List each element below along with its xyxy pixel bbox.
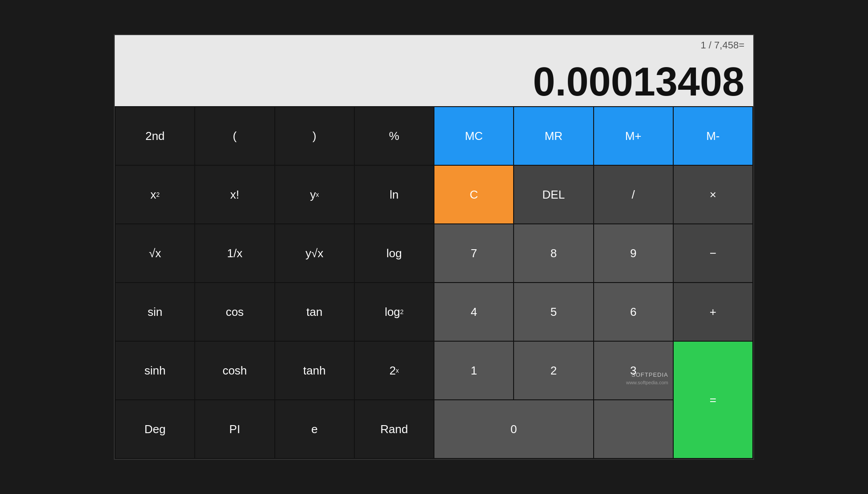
- btn-multiply[interactable]: ×: [674, 166, 752, 223]
- btn-ln[interactable]: ln: [355, 166, 434, 223]
- btn-log[interactable]: log: [355, 224, 434, 282]
- btn-2[interactable]: 2: [514, 342, 593, 399]
- btn-reciprocal[interactable]: 1/x: [195, 224, 274, 282]
- btn-add[interactable]: +: [674, 283, 752, 341]
- btn-mc[interactable]: MC: [434, 107, 513, 165]
- btn-open-paren[interactable]: (: [195, 107, 274, 165]
- btn-log2[interactable]: log2: [355, 283, 434, 341]
- btn-delete[interactable]: DEL: [514, 166, 593, 223]
- btn-1[interactable]: 1: [434, 342, 513, 399]
- btn-2-to-x[interactable]: 2x: [355, 342, 434, 399]
- btn-cosh[interactable]: cosh: [195, 342, 274, 399]
- btn-3[interactable]: 3 SOFTPEDIA www.softpedia.com: [594, 342, 673, 399]
- btn-m-minus[interactable]: M-: [674, 107, 752, 165]
- btn-2nd[interactable]: 2nd: [116, 107, 194, 165]
- btn-6[interactable]: 6: [594, 283, 673, 341]
- btn-sqrt[interactable]: √x: [116, 224, 194, 282]
- btn-rand[interactable]: Rand: [355, 400, 434, 458]
- btn-euler[interactable]: e: [275, 400, 354, 458]
- btn-close-paren[interactable]: ): [275, 107, 354, 165]
- btn-subtract[interactable]: −: [674, 224, 752, 282]
- btn-mr[interactable]: MR: [514, 107, 593, 165]
- display-primary: 0.00013408: [533, 62, 745, 102]
- btn-sin[interactable]: sin: [116, 283, 194, 341]
- btn-x-squared[interactable]: x2: [116, 166, 194, 223]
- btn-pi[interactable]: PI: [195, 400, 274, 458]
- btn-x-factorial[interactable]: x!: [195, 166, 274, 223]
- button-grid: 2nd ( ) % MC MR M+ M- x2 x! yx ln C DEL …: [115, 106, 753, 459]
- btn-8[interactable]: 8: [514, 224, 593, 282]
- btn-7[interactable]: 7: [434, 224, 513, 282]
- calculator: 1 / 7,458= 0.00013408 2nd ( ) % MC MR M+…: [114, 34, 754, 460]
- btn-m-plus[interactable]: M+: [594, 107, 673, 165]
- btn-decimal[interactable]: [594, 400, 673, 458]
- btn-y-to-x[interactable]: yx: [275, 166, 354, 223]
- btn-5[interactable]: 5: [514, 283, 593, 341]
- btn-equals[interactable]: =: [674, 342, 752, 458]
- btn-0[interactable]: 0: [434, 400, 593, 458]
- btn-divide[interactable]: /: [594, 166, 673, 223]
- btn-deg[interactable]: Deg: [116, 400, 194, 458]
- btn-percent[interactable]: %: [355, 107, 434, 165]
- btn-clear[interactable]: C: [434, 166, 513, 223]
- btn-cos[interactable]: cos: [195, 283, 274, 341]
- btn-tanh[interactable]: tanh: [275, 342, 354, 399]
- btn-9[interactable]: 9: [594, 224, 673, 282]
- btn-y-root-x[interactable]: y√x: [275, 224, 354, 282]
- display-secondary: 1 / 7,458=: [701, 40, 744, 51]
- display: 1 / 7,458= 0.00013408: [115, 35, 753, 106]
- btn-4[interactable]: 4: [434, 283, 513, 341]
- btn-tan[interactable]: tan: [275, 283, 354, 341]
- btn-sinh[interactable]: sinh: [116, 342, 194, 399]
